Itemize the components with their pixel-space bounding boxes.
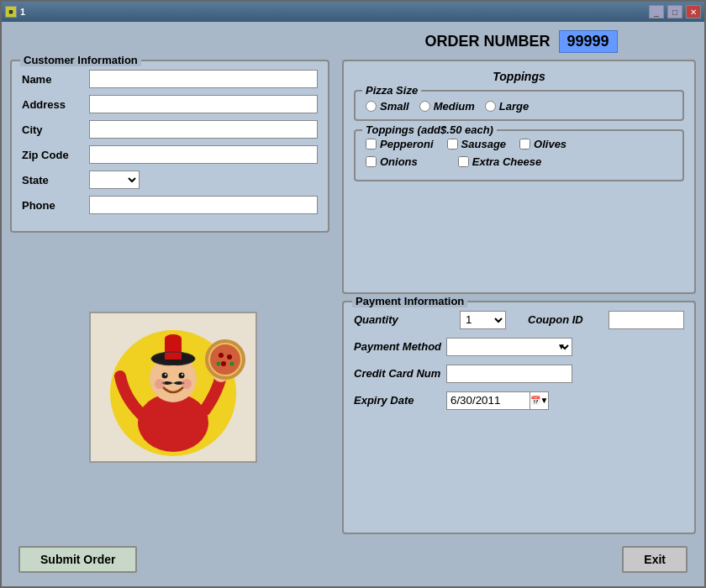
svg-point-9: [161, 372, 167, 378]
svg-point-21: [229, 361, 234, 365]
olives-label[interactable]: Olives: [519, 138, 566, 150]
title-bar: ■ 1 _ □ ✕: [2, 2, 704, 22]
svg-point-12: [182, 374, 183, 375]
chef-illustration: [91, 313, 256, 461]
onions-label[interactable]: Onions: [366, 155, 418, 168]
main-window: ■ 1 _ □ ✕ ORDER NUMBER 99999 Customer In…: [0, 0, 706, 588]
olives-text: Olives: [534, 138, 566, 150]
svg-point-22: [216, 361, 220, 365]
svg-point-17: [210, 344, 240, 375]
extra-cheese-text: Extra Cheese: [472, 155, 541, 168]
state-dropdown[interactable]: AL AK CA FL NY TX: [89, 171, 140, 189]
size-small-text: Small: [380, 100, 409, 113]
customer-info-group: Customer Information Name Address City: [10, 60, 329, 233]
svg-point-14: [182, 379, 192, 389]
order-header: ORDER NUMBER 99999: [10, 30, 696, 53]
name-input[interactable]: [89, 70, 318, 88]
pepperoni-text: Pepperoni: [380, 138, 434, 150]
main-row: Customer Information Name Address City: [10, 60, 696, 534]
window-icon: ■: [5, 6, 17, 18]
submit-button[interactable]: Submit Order: [18, 546, 137, 573]
sausage-text: Sausage: [461, 138, 506, 150]
payment-title: Payment Information: [352, 295, 467, 307]
sausage-label[interactable]: Sausage: [447, 138, 506, 150]
phone-input[interactable]: [89, 196, 318, 214]
maximize-button[interactable]: □: [667, 5, 682, 18]
state-label: State: [22, 174, 89, 186]
exit-button[interactable]: Exit: [622, 546, 688, 573]
toppings-row-2: Onions Extra Cheese: [366, 155, 672, 168]
minimize-button[interactable]: _: [649, 5, 664, 18]
payment-method-dropdown[interactable]: Cash Credit Card Debit: [446, 338, 572, 356]
size-small-radio[interactable]: [366, 101, 377, 112]
address-input[interactable]: [89, 95, 318, 113]
pepperoni-label[interactable]: Pepperoni: [366, 138, 434, 150]
size-medium-label[interactable]: Medium: [419, 100, 475, 113]
pizza-size-box: Pizza Size Small Medium: [354, 90, 684, 121]
credit-card-input[interactable]: [446, 365, 572, 383]
city-input[interactable]: [89, 120, 318, 139]
state-row: State AL AK CA FL NY TX: [22, 171, 318, 189]
coupon-input[interactable]: [609, 311, 684, 329]
size-small-label[interactable]: Small: [366, 100, 409, 113]
payment-method-arrow: ▼: [557, 342, 566, 351]
svg-point-6: [165, 334, 182, 343]
order-number-label: ORDER NUMBER: [424, 33, 550, 50]
city-row: City: [22, 120, 318, 139]
phone-row: Phone: [22, 196, 318, 214]
address-row: Address: [22, 95, 318, 113]
address-label: Address: [22, 98, 89, 111]
size-medium-text: Medium: [434, 100, 475, 113]
name-row: Name: [22, 70, 318, 88]
credit-card-label: Credit Card Num: [354, 367, 446, 380]
extra-cheese-label[interactable]: Extra Cheese: [458, 155, 541, 168]
button-row: Submit Order Exit: [10, 541, 696, 578]
name-label: Name: [22, 73, 89, 86]
pizza-image: [89, 312, 257, 463]
toppings-group: Toppings Pizza Size Small Medium: [342, 60, 696, 294]
main-content: ORDER NUMBER 99999 Customer Information …: [2, 22, 704, 586]
customer-info-title: Customer Information: [20, 54, 141, 66]
credit-card-row: Credit Card Num: [354, 365, 684, 383]
toppings-options-box: Toppings (add$.50 each) Pepperoni Sausag…: [354, 129, 684, 181]
zip-label: Zip Code: [22, 149, 89, 161]
city-label: City: [22, 123, 89, 136]
pizza-size-row: Small Medium Large: [366, 98, 672, 113]
left-column: Customer Information Name Address City: [10, 60, 335, 534]
right-column: Toppings Pizza Size Small Medium: [342, 60, 696, 534]
size-large-label[interactable]: Large: [485, 100, 529, 113]
svg-point-11: [165, 374, 166, 375]
sausage-checkbox[interactable]: [447, 139, 458, 150]
pepperoni-checkbox[interactable]: [366, 139, 377, 150]
svg-point-20: [221, 361, 226, 366]
quantity-coupon-row: Quantity 1 2 3 4 5 Coupon ID: [354, 311, 684, 329]
payment-method-label: Payment Method: [354, 340, 446, 353]
svg-point-13: [155, 379, 165, 389]
svg-point-10: [178, 372, 184, 378]
extra-cheese-checkbox[interactable]: [458, 156, 469, 167]
expiry-date-input[interactable]: [446, 391, 530, 410]
calendar-icon: 📅: [530, 396, 540, 405]
size-large-radio[interactable]: [485, 101, 496, 112]
olives-checkbox[interactable]: [519, 139, 530, 150]
coupon-label: Coupon ID: [528, 313, 595, 326]
onions-checkbox[interactable]: [366, 156, 377, 167]
pizza-image-area: [10, 239, 335, 534]
expiry-row: Expiry Date 📅▼: [354, 391, 684, 410]
payment-group: Payment Information Quantity 1 2 3 4 5 C…: [342, 301, 696, 535]
size-medium-radio[interactable]: [419, 101, 430, 112]
payment-method-row: Payment Method Cash Credit Card Debit ▼: [354, 338, 684, 356]
order-number-value: 99999: [559, 30, 618, 53]
toppings-row-1: Pepperoni Sausage Olives: [366, 138, 672, 150]
expiry-date-container: 📅▼: [446, 391, 549, 410]
pizza-size-title: Pizza Size: [362, 84, 421, 97]
expiry-date-picker-button[interactable]: 📅▼: [530, 391, 549, 410]
onions-text: Onions: [380, 155, 418, 168]
close-button[interactable]: ✕: [686, 5, 701, 18]
toppings-title: Toppings: [354, 70, 684, 83]
zip-input[interactable]: [89, 145, 318, 164]
quantity-dropdown[interactable]: 1 2 3 4 5: [460, 311, 506, 329]
svg-point-18: [219, 353, 224, 358]
quantity-label: Quantity: [354, 313, 446, 326]
size-large-text: Large: [499, 100, 529, 113]
